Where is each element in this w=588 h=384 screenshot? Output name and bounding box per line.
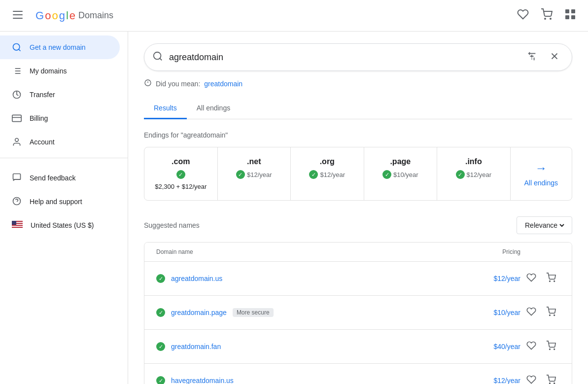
- filter-icon[interactable]: [522, 47, 541, 68]
- svg-rect-35: [12, 228, 23, 229]
- table-row[interactable]: ✓ greatdomain.page More secure $10/year: [144, 296, 572, 330]
- ending-price: ✓ $10/year: [382, 170, 418, 179]
- col-header-price: Pricing: [461, 248, 520, 255]
- apps-button[interactable]: [560, 6, 580, 26]
- ending-card-info[interactable]: .info ✓ $12/year: [437, 147, 511, 200]
- table-row[interactable]: ✓ agreatdomain.us $12/year: [144, 262, 572, 296]
- endings-grid: .com ✓ $2,300 + $12/year .net ✓ $12/year: [144, 147, 572, 201]
- sidebar-item-account[interactable]: Account: [0, 130, 120, 154]
- domain-name: greatdomain.page: [171, 309, 227, 316]
- wishlist-add-button[interactable]: [522, 372, 540, 384]
- suggested-title: Suggested names: [144, 221, 200, 229]
- cart-icon: [546, 273, 556, 285]
- available-check: ✓: [156, 308, 165, 317]
- svg-point-54: [550, 349, 551, 349]
- svg-rect-1: [13, 14, 23, 15]
- svg-point-50: [550, 280, 551, 281]
- col-header-name: Domain name: [156, 248, 461, 255]
- svg-rect-8: [571, 15, 575, 19]
- sidebar-footer-label: United States (US $): [31, 221, 94, 229]
- google-logo[interactable]: Google Domains: [35, 9, 113, 22]
- domain-table: Domain name Pricing ✓ agreatdomain.us $1…: [144, 242, 572, 384]
- cart-add-button[interactable]: [542, 338, 560, 355]
- menu-button[interactable]: [8, 6, 28, 26]
- ending-card-com[interactable]: .com ✓ $2,300 + $12/year: [144, 147, 218, 200]
- svg-rect-34: [12, 227, 23, 228]
- domain-row-actions: [520, 338, 560, 355]
- ending-card-net[interactable]: .net ✓ $12/year: [218, 147, 291, 200]
- billing-icon: [12, 113, 22, 123]
- domain-row-name: ✓ agreatdomain.us: [156, 274, 461, 283]
- ending-ext: .info: [465, 157, 482, 166]
- sidebar-item-send-feedback[interactable]: Send feedback: [12, 166, 116, 190]
- sidebar-item-billing[interactable]: Billing: [0, 106, 120, 130]
- svg-line-10: [19, 49, 21, 51]
- suggested-names-section: Suggested names Relevance Domain name Pr…: [144, 216, 572, 384]
- ending-card-all-endings[interactable]: → All endings: [511, 147, 572, 200]
- ending-card-org[interactable]: .org ✓ $12/year: [291, 147, 364, 200]
- domain-row-price: $12/year: [461, 275, 520, 282]
- sidebar-item-help-support[interactable]: Help and support: [12, 190, 116, 213]
- sidebar-item-label: Billing: [30, 114, 48, 122]
- svg-point-56: [550, 383, 551, 384]
- sidebar-item-locale[interactable]: United States (US $): [12, 213, 116, 237]
- svg-point-9: [13, 44, 20, 50]
- endings-section: Endings for "agreatdomain" .com ✓ $2,300…: [144, 131, 572, 201]
- domain-table-header: Domain name Pricing: [144, 243, 572, 262]
- sort-select[interactable]: Relevance: [523, 221, 566, 230]
- svg-rect-33: [12, 226, 23, 227]
- ending-price: ✓ $12/year: [456, 170, 492, 179]
- sidebar-item-label: Account: [30, 138, 55, 146]
- domain-name: agreatdomain.us: [171, 275, 222, 282]
- svg-point-52: [550, 314, 551, 315]
- sidebar-item-get-new-domain[interactable]: Get a new domain: [0, 35, 120, 59]
- wishlist-add-button[interactable]: [522, 304, 540, 321]
- cart-add-button[interactable]: [542, 270, 560, 287]
- sidebar-footer: Send feedback Help and support: [0, 162, 128, 241]
- clear-icon[interactable]: [545, 47, 564, 68]
- domain-row-price: $12/year: [461, 377, 520, 384]
- sidebar-item-label: My domains: [30, 67, 67, 75]
- tab-results[interactable]: Results: [144, 98, 187, 119]
- domain-row-actions: [520, 372, 560, 384]
- search-bar-actions: [522, 47, 564, 68]
- suggestion-prefix: Did you mean:: [156, 80, 200, 88]
- sort-dropdown-container[interactable]: Relevance: [517, 216, 572, 234]
- tab-all-endings[interactable]: All endings: [187, 98, 241, 119]
- all-endings-label: All endings: [524, 179, 558, 187]
- cart-button[interactable]: [537, 6, 556, 26]
- domain-row-actions: [520, 304, 560, 321]
- available-check: ✓: [176, 170, 185, 179]
- search-input[interactable]: [169, 52, 522, 63]
- ending-card-page[interactable]: .page ✓ $10/year: [364, 147, 438, 200]
- ending-price: ✓ $12/year: [236, 170, 272, 179]
- svg-rect-18: [12, 115, 21, 121]
- wishlist-button[interactable]: [513, 6, 533, 26]
- suggestion-link[interactable]: greatdomain: [204, 80, 242, 88]
- wishlist-add-button[interactable]: [522, 338, 540, 355]
- domain-row-actions: [520, 270, 560, 287]
- arrow-right-icon: →: [535, 161, 547, 175]
- cart-add-button[interactable]: [542, 372, 560, 384]
- svg-point-3: [545, 18, 546, 19]
- heart-icon: [526, 341, 536, 353]
- svg-point-4: [550, 18, 551, 19]
- available-check: ✓: [382, 170, 391, 179]
- topbar-left: Google Domains: [8, 6, 113, 26]
- sidebar-divider: [0, 158, 128, 158]
- svg-rect-2: [13, 18, 23, 19]
- svg-point-37: [154, 52, 161, 59]
- suggestion-bar: Did you mean: greatdomain: [144, 79, 572, 88]
- available-check: ✓: [236, 170, 245, 179]
- flag-icon: [12, 221, 23, 230]
- table-row[interactable]: ✓ havegreatdomain.us $12/year: [144, 364, 572, 384]
- feedback-icon: [12, 173, 22, 184]
- sidebar-item-transfer[interactable]: Transfer: [0, 83, 120, 106]
- sidebar-item-my-domains[interactable]: My domains: [0, 59, 120, 83]
- heart-icon: [526, 375, 536, 384]
- info-icon: [144, 79, 152, 88]
- cart-icon: [541, 8, 553, 23]
- table-row[interactable]: ✓ greatdomain.fan $40/year: [144, 330, 572, 364]
- cart-add-button[interactable]: [542, 304, 560, 321]
- wishlist-add-button[interactable]: [522, 270, 540, 287]
